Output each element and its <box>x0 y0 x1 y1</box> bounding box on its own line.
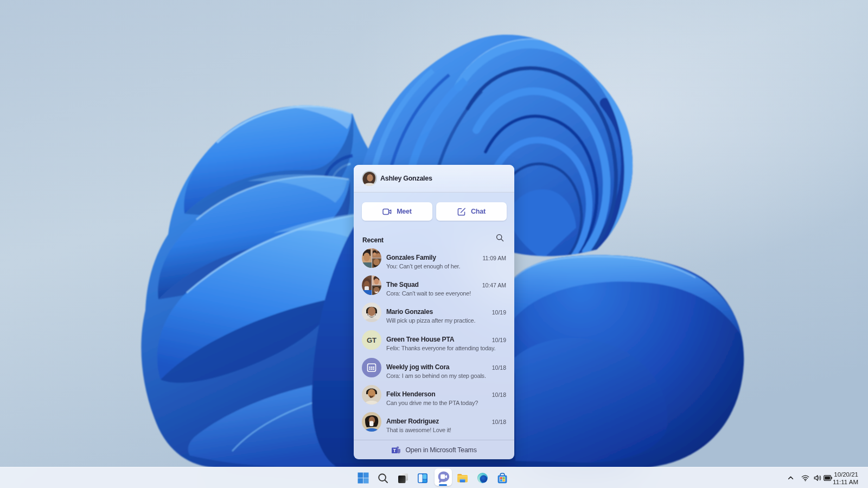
svg-text:GT: GT <box>367 336 376 344</box>
